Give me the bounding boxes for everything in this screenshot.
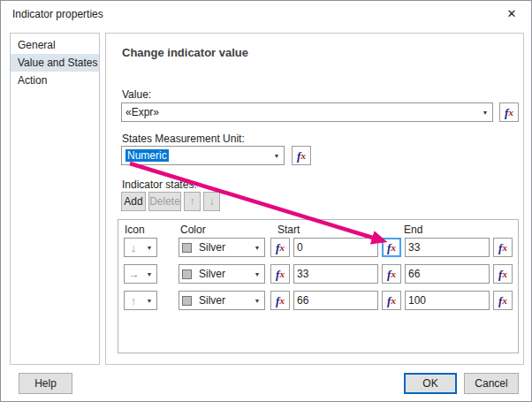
state2-color-fx-button[interactable]: fx bbox=[270, 264, 290, 284]
state3-color-dropdown[interactable]: Silver ▼ bbox=[179, 291, 265, 310]
up-arrow-icon: ↑ bbox=[125, 294, 142, 307]
state2-start-fx-button[interactable]: fx bbox=[382, 264, 401, 284]
table-row: ↓ ▼ Silver ▼ fx fx fx bbox=[118, 238, 518, 257]
value-dropdown-icon[interactable]: ▼ bbox=[478, 103, 492, 121]
ok-button[interactable]: OK bbox=[404, 373, 457, 394]
sidebar-item-general[interactable]: General bbox=[11, 36, 99, 54]
indicator-states-table: Icon Color Start End ↓ ▼ Silver ▼ fx fx bbox=[118, 219, 519, 353]
state2-icon-dropdown[interactable]: → ▼ bbox=[124, 264, 157, 284]
dialog-titlebar: Indicator properties ✕ bbox=[1, 1, 531, 27]
column-header-color: Color bbox=[180, 224, 206, 236]
move-up-icon[interactable]: ↑ bbox=[184, 192, 201, 211]
sidebar-item-action[interactable]: Action bbox=[11, 72, 99, 89]
chevron-down-icon[interactable]: ▼ bbox=[250, 239, 264, 256]
value-fx-button[interactable]: fx bbox=[499, 102, 519, 122]
delete-state-button[interactable]: Delete bbox=[148, 192, 181, 211]
state2-start-input[interactable] bbox=[293, 264, 378, 284]
color-name: Silver bbox=[195, 268, 250, 280]
color-swatch bbox=[182, 243, 192, 253]
state1-color-fx-button[interactable]: fx bbox=[270, 238, 290, 257]
chevron-down-icon[interactable]: ▼ bbox=[250, 265, 264, 283]
unit-fx-button[interactable]: fx bbox=[292, 146, 311, 165]
state1-start-input[interactable] bbox=[293, 238, 378, 257]
unit-label: States Measurement Unit: bbox=[122, 133, 245, 145]
state1-color-dropdown[interactable]: Silver ▼ bbox=[179, 238, 265, 257]
add-state-button[interactable]: Add bbox=[121, 192, 146, 211]
state3-end-input[interactable] bbox=[405, 291, 490, 310]
state1-end-input[interactable] bbox=[405, 238, 490, 257]
state3-color-fx-button[interactable]: fx bbox=[270, 291, 290, 310]
value-expression-combobox[interactable]: «Expr» ▼ bbox=[121, 102, 493, 122]
state3-start-fx-button[interactable]: fx bbox=[382, 291, 401, 310]
table-row: → ▼ Silver ▼ fx fx fx bbox=[118, 264, 518, 284]
main-panel: Change indicator value Value: «Expr» ▼ f… bbox=[105, 33, 524, 365]
chevron-down-icon[interactable]: ▼ bbox=[250, 292, 264, 309]
state3-start-input[interactable] bbox=[293, 291, 378, 310]
state1-start-fx-button[interactable]: fx bbox=[382, 238, 401, 257]
state1-end-fx-button[interactable]: fx bbox=[493, 238, 513, 257]
chevron-down-icon[interactable]: ▼ bbox=[142, 292, 156, 309]
table-row: ↑ ▼ Silver ▼ fx fx fx bbox=[118, 291, 518, 310]
move-down-icon[interactable]: ↓ bbox=[203, 192, 220, 211]
value-label: Value: bbox=[122, 88, 151, 101]
unit-combobox[interactable]: Numeric ▼ bbox=[121, 146, 285, 165]
chevron-down-icon[interactable]: ▼ bbox=[142, 239, 156, 256]
close-icon[interactable]: ✕ bbox=[504, 6, 520, 22]
state1-icon-dropdown[interactable]: ↓ ▼ bbox=[124, 238, 157, 257]
state3-icon-dropdown[interactable]: ↑ ▼ bbox=[124, 291, 157, 310]
column-header-end: End bbox=[404, 224, 422, 236]
color-name: Silver bbox=[195, 241, 250, 254]
chevron-down-icon[interactable]: ▼ bbox=[142, 265, 156, 283]
dialog-title: Indicator properties bbox=[12, 8, 103, 20]
state2-end-fx-button[interactable]: fx bbox=[493, 264, 513, 284]
down-arrow-icon: ↓ bbox=[125, 241, 142, 254]
unit-dropdown-icon[interactable]: ▼ bbox=[270, 147, 284, 164]
value-expression-text: «Expr» bbox=[122, 106, 478, 118]
sidebar-item-value-and-states[interactable]: Value and States bbox=[11, 54, 99, 72]
sidebar: General Value and States Action bbox=[10, 33, 100, 365]
indicator-properties-dialog: Indicator properties ✕ General Value and… bbox=[0, 0, 532, 402]
state3-end-fx-button[interactable]: fx bbox=[493, 291, 513, 310]
column-header-icon: Icon bbox=[125, 224, 145, 236]
state2-end-input[interactable] bbox=[405, 264, 490, 284]
cancel-button[interactable]: Cancel bbox=[464, 373, 519, 394]
indicator-states-label: Indicator states: bbox=[122, 178, 197, 191]
state2-color-dropdown[interactable]: Silver ▼ bbox=[179, 264, 265, 284]
color-swatch bbox=[182, 296, 192, 306]
column-header-start: Start bbox=[277, 224, 300, 236]
page-title: Change indicator value bbox=[122, 46, 248, 59]
unit-selected-text: Numeric bbox=[122, 149, 270, 162]
help-button[interactable]: Help bbox=[19, 373, 72, 394]
color-name: Silver bbox=[195, 294, 250, 307]
color-swatch bbox=[182, 269, 192, 279]
right-arrow-icon: → bbox=[125, 268, 142, 281]
